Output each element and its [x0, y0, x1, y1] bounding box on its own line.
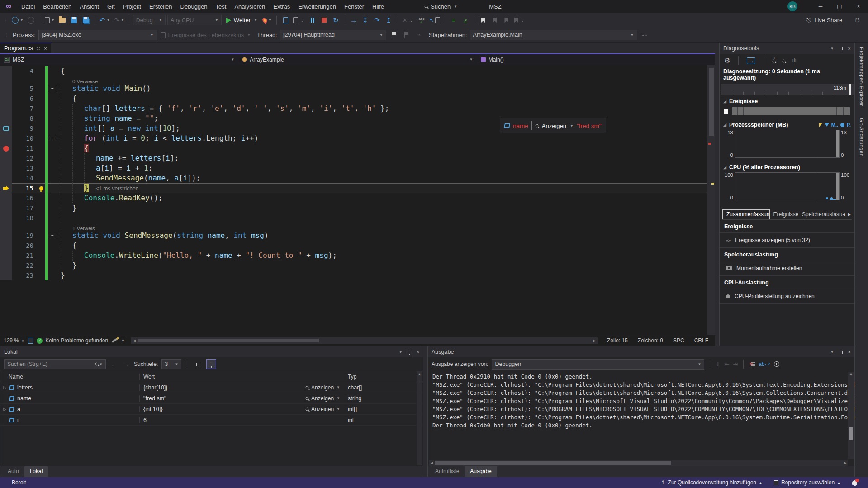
scrollbar-thumb[interactable]	[849, 427, 853, 440]
prev-bookmark-button[interactable]	[490, 15, 500, 26]
code-line[interactable]: 10−for (int i = 0; i < letters.Length; i…	[0, 133, 707, 143]
pin-icon[interactable]: ⊹	[35, 45, 42, 52]
stop-debugging-button[interactable]	[319, 15, 329, 26]
breakpoint-margin[interactable]	[0, 223, 12, 231]
toggle-bookmark-button[interactable]	[478, 15, 488, 26]
pause-icon[interactable]	[724, 109, 728, 114]
code-line[interactable]: 20{	[0, 241, 707, 251]
breakpoint-margin[interactable]	[0, 193, 12, 203]
menu-item-projekt[interactable]: Projekt	[119, 1, 145, 12]
goto-message-icon[interactable]: ⇩	[716, 361, 721, 368]
code-line[interactable]: 19−static void SendMessage(string name, …	[0, 231, 707, 241]
close-tab-icon[interactable]: ×	[44, 46, 47, 51]
code-line[interactable]: 21Console.WriteLine("Hello, " + name + "…	[0, 251, 707, 261]
prev-message-icon[interactable]: ⇤	[724, 361, 729, 368]
menu-item-test[interactable]: Test	[212, 1, 231, 12]
code-line[interactable]: 11{	[0, 143, 707, 153]
flag-threads-button[interactable]	[402, 29, 412, 40]
menu-item-ansicht[interactable]: Ansicht	[76, 1, 103, 12]
search-next-icon[interactable]: →	[122, 361, 130, 368]
tab-speicherauslastur[interactable]: Speicherauslastur	[798, 210, 842, 219]
breakpoint-margin[interactable]	[0, 114, 12, 123]
zoom-out-icon[interactable]: −	[782, 57, 786, 64]
pin-icon[interactable]	[408, 351, 411, 354]
tab-auto[interactable]: Auto	[2, 466, 24, 477]
spell-check-button[interactable]: abc✓	[417, 15, 427, 26]
redo-button[interactable]: ↷▼	[113, 15, 125, 26]
window-layout-button[interactable]: ⌄	[292, 15, 306, 26]
menu-item-hilfe[interactable]: Hilfe	[368, 1, 388, 12]
breakpoint-margin[interactable]	[0, 94, 12, 104]
indent-increase-button[interactable]: ≥	[460, 15, 470, 26]
breadcrumb-method[interactable]: Main()	[477, 54, 715, 65]
breakpoint-margin[interactable]	[0, 261, 12, 270]
expand-icon[interactable]: ▷	[3, 385, 9, 390]
breakpoint-margin[interactable]	[0, 143, 12, 153]
code-line[interactable]: 15}≤1 ms verstrichen	[0, 183, 707, 193]
live-share-button[interactable]: ⎋ Live Share ⚇	[806, 17, 860, 24]
breakpoint-margin[interactable]	[0, 213, 12, 223]
step-into-button[interactable]: ↧	[360, 15, 370, 26]
table-row[interactable]: ▷a{int[10]}Anzeigen▼int[]	[0, 404, 423, 415]
breadcrumb-project[interactable]: C# MSZ▼	[0, 54, 238, 65]
undo-button[interactable]: ↶▼	[99, 15, 111, 26]
scrollbar-thumb[interactable]	[709, 68, 714, 136]
code-line[interactable]: 6{	[0, 94, 707, 104]
breakpoint-margin[interactable]	[0, 173, 12, 183]
tab-aufrufliste[interactable]: Aufrufliste	[430, 466, 465, 477]
find-in-files-button[interactable]	[280, 15, 290, 26]
pin-icon[interactable]	[840, 47, 843, 50]
toggle-current-thread-button[interactable]: ⌁	[414, 29, 424, 40]
search-box[interactable]: Suchen ▼	[424, 3, 457, 10]
maximize-button[interactable]: ▢	[830, 0, 849, 13]
gear-icon[interactable]: ⚙	[724, 57, 730, 65]
breakpoint-margin[interactable]	[0, 66, 12, 76]
search-prev-icon[interactable]: ←	[109, 361, 118, 368]
thread-combo[interactable]: [29704] Hauptthread▼	[280, 30, 386, 40]
breakpoint-margin[interactable]	[0, 270, 12, 280]
window-menu-icon[interactable]: ▼	[830, 47, 834, 51]
codelens-row[interactable]: 1 Verweis	[0, 223, 707, 231]
menu-item-erweiterungen[interactable]: Erweiterungen	[294, 1, 340, 12]
misc-tool-button[interactable]: ✕⌄	[402, 15, 415, 26]
summary-action-events[interactable]: «»Ereignisse anzeigen (5 von 32)	[720, 233, 854, 248]
close-button[interactable]: ×	[849, 0, 868, 13]
window-menu-icon[interactable]: ▼	[830, 350, 834, 354]
flag-tool-icon[interactable]	[193, 359, 203, 369]
editor-horizontal-scrollbar[interactable]: ◀ ▶	[131, 337, 598, 344]
tab-ereignisse[interactable]: Ereignisse	[770, 210, 799, 219]
cpu-chart-plot[interactable]	[735, 172, 840, 200]
new-file-button[interactable]: ▼	[44, 15, 56, 26]
code-editor[interactable]: 4{0 Verweise5−static void Main()6{7char[…	[0, 65, 715, 335]
memory-section-header[interactable]: ◢Prozessspeicher (MB) M.. P.	[720, 118, 854, 130]
close-icon[interactable]: ×	[848, 349, 851, 355]
tab-zusammenfassung[interactable]: Zusammenfassung	[722, 209, 770, 219]
select-repository-button[interactable]: Repository auswählen ▲	[770, 477, 844, 488]
grid-header[interactable]: Name Wert Typ	[0, 371, 423, 382]
locals-scrollbar[interactable]: ▲	[417, 371, 422, 465]
expand-icon[interactable]: ▷	[3, 407, 9, 412]
breakpoint-icon[interactable]	[3, 146, 9, 152]
scrollbar-thumb[interactable]	[435, 461, 671, 465]
code-line[interactable]: 13a[i] = i + 1;	[0, 163, 707, 173]
breakpoint-margin[interactable]	[0, 183, 12, 193]
summary-action-camera[interactable]: Momentaufnahme erstellen	[720, 261, 854, 276]
breakpoint-margin[interactable]	[0, 133, 12, 143]
notifications-button[interactable]	[849, 477, 861, 488]
break-all-button[interactable]	[308, 15, 318, 26]
toolbar-overflow[interactable]: ⌄⌄	[640, 33, 649, 37]
breakpoint-margin[interactable]	[0, 123, 12, 133]
anzeigen-button[interactable]: Anzeigen▼	[305, 395, 344, 402]
menu-item-fenster[interactable]: Fenster	[340, 1, 368, 12]
breakpoint-margin[interactable]	[0, 251, 12, 261]
toggle-raw-view-icon[interactable]	[206, 359, 216, 369]
navigate-back-button[interactable]: ←▼	[11, 15, 24, 26]
window-menu-icon[interactable]: ▼	[399, 350, 403, 354]
code-line[interactable]: 7char[] letters = { 'f', 'r', 'e', 'd', …	[0, 104, 707, 114]
breakpoint-margin[interactable]	[0, 76, 12, 84]
side-tab-git-nderungen[interactable]: Git-Änderungen	[859, 118, 864, 156]
cpu-section-header[interactable]: ◢CPU (% aller Prozessoren)	[720, 161, 854, 172]
pin-icon[interactable]	[840, 351, 843, 354]
open-file-button[interactable]	[57, 15, 67, 26]
eol-indicator[interactable]: CRLF	[691, 337, 711, 344]
